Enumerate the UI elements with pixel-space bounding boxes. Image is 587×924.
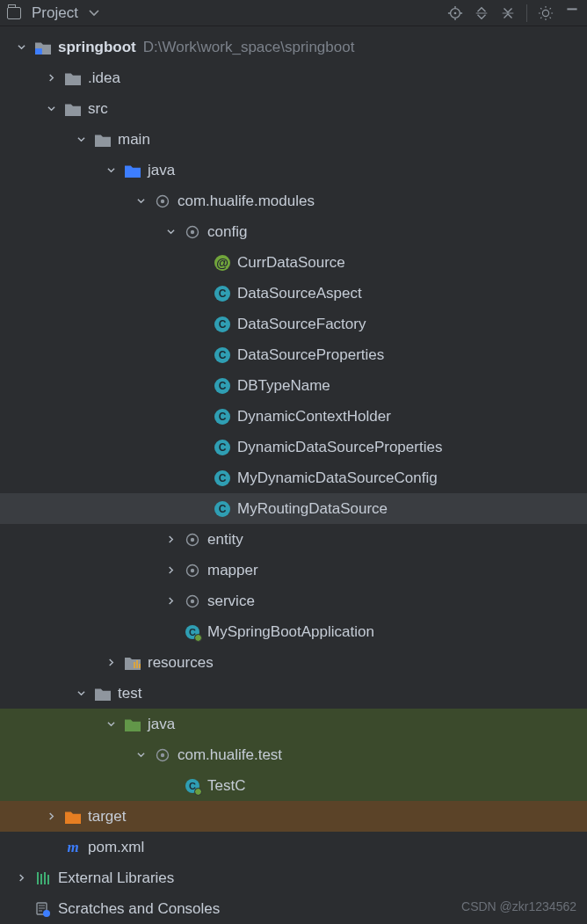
- class-icon: C: [214, 347, 230, 363]
- package-icon: [185, 563, 200, 578]
- tree-row[interactable]: com.hualife.test: [0, 739, 587, 770]
- chevron-down-icon[interactable]: [44, 105, 58, 113]
- chevron-down-icon[interactable]: [104, 166, 118, 174]
- svg-rect-3: [35, 48, 42, 55]
- tree-label: config: [207, 223, 247, 241]
- locate-icon[interactable]: [447, 5, 463, 21]
- chevron-right-icon[interactable]: [14, 874, 28, 882]
- svg-point-13: [191, 599, 194, 602]
- chevron-down-icon[interactable]: [89, 10, 99, 17]
- tree-label: External Libraries: [58, 869, 174, 887]
- view-title: Project: [32, 4, 78, 22]
- tree-label: DataSourceProperties: [237, 346, 384, 364]
- tree-row[interactable]: service: [0, 586, 587, 616]
- tree-row-root[interactable]: springboot D:\Work\work_space\springboot: [0, 32, 587, 62]
- svg-point-9: [191, 537, 194, 541]
- tree-row[interactable]: External Libraries: [0, 862, 587, 893]
- tree-row[interactable]: C TestC: [0, 770, 587, 801]
- chevron-down-icon[interactable]: [134, 197, 148, 205]
- gear-icon[interactable]: [538, 5, 554, 21]
- tree-label: resources: [148, 654, 214, 672]
- project-view-icon: [7, 7, 21, 19]
- tree-row[interactable]: .idea: [0, 62, 587, 93]
- tree-row[interactable]: C DBTypeName: [0, 370, 587, 401]
- tree-label: com.hualife.test: [178, 746, 282, 764]
- tree-row[interactable]: config: [0, 216, 587, 247]
- tree-row[interactable]: C DynamicContextHolder: [0, 401, 587, 432]
- tree-label: MyDynamicDataSourceConfig: [237, 469, 438, 487]
- tree-label: pom.xml: [88, 839, 144, 856]
- tree-label: TestC: [207, 777, 245, 795]
- runnable-class-icon: C: [185, 778, 200, 794]
- tree-row[interactable]: m pom.xml: [0, 832, 587, 862]
- folder-icon: [65, 101, 81, 117]
- chevron-right-icon[interactable]: [163, 597, 178, 605]
- tree-label: springboot: [58, 39, 136, 56]
- chevron-right-icon[interactable]: [44, 74, 58, 82]
- tree-row[interactable]: java: [0, 155, 587, 186]
- project-tree[interactable]: springboot D:\Work\work_space\springboot…: [0, 26, 587, 924]
- tree-row[interactable]: mapper: [0, 555, 587, 586]
- chevron-down-icon[interactable]: [14, 43, 28, 51]
- external-libraries-icon: [35, 870, 51, 886]
- test-folder-icon: [125, 717, 141, 732]
- tree-row[interactable]: test: [0, 678, 587, 709]
- svg-point-7: [191, 229, 194, 233]
- tree-label: com.hualife.modules: [178, 193, 315, 210]
- chevron-down-icon[interactable]: [74, 689, 88, 697]
- tree-label: DynamicDataSourceProperties: [237, 439, 442, 456]
- chevron-right-icon[interactable]: [104, 658, 118, 666]
- hide-icon[interactable]: [564, 5, 580, 21]
- tree-row[interactable]: C DataSourceProperties: [0, 339, 587, 370]
- tree-label: test: [118, 685, 141, 702]
- tree-row[interactable]: @ CurrDataSource: [0, 247, 587, 278]
- class-icon: C: [214, 286, 230, 302]
- chevron-right-icon[interactable]: [44, 812, 58, 820]
- tree-row[interactable]: target: [0, 801, 587, 832]
- class-icon: C: [214, 316, 230, 332]
- tree-row[interactable]: C DynamicDataSourceProperties: [0, 432, 587, 462]
- svg-point-19: [161, 753, 164, 756]
- tree-row[interactable]: C DataSourceAspect: [0, 278, 587, 309]
- chevron-right-icon[interactable]: [163, 566, 178, 574]
- tree-label: .idea: [88, 69, 120, 87]
- tree-label: mapper: [207, 562, 258, 579]
- tree-row[interactable]: C MyDynamicDataSourceConfig: [0, 462, 587, 493]
- package-icon: [155, 193, 170, 209]
- chevron-down-icon[interactable]: [74, 135, 88, 143]
- tree-row-selected[interactable]: C MyRoutingDataSource: [0, 493, 587, 524]
- tree-row[interactable]: C DataSourceFactory: [0, 309, 587, 339]
- tree-row[interactable]: com.hualife.modules: [0, 186, 587, 216]
- tree-row[interactable]: resources: [0, 647, 587, 678]
- chevron-down-icon[interactable]: [163, 228, 178, 236]
- chevron-down-icon[interactable]: [134, 751, 148, 759]
- package-icon: [185, 593, 200, 609]
- svg-rect-15: [134, 662, 135, 668]
- class-icon: C: [214, 470, 230, 486]
- expand-all-icon[interactable]: [474, 5, 489, 21]
- package-icon: [185, 532, 200, 548]
- tree-path: D:\Work\work_space\springboot: [143, 39, 355, 56]
- chevron-down-icon[interactable]: [104, 720, 118, 728]
- svg-point-1: [454, 11, 457, 14]
- tree-row[interactable]: src: [0, 93, 587, 124]
- module-folder-icon: [35, 40, 51, 55]
- tree-label: entity: [207, 531, 243, 549]
- collapse-all-icon[interactable]: [500, 5, 516, 21]
- toolbar-separator: [526, 4, 527, 22]
- tree-row[interactable]: java: [0, 709, 587, 739]
- tree-label: DynamicContextHolder: [237, 408, 391, 426]
- tree-label: java: [148, 162, 175, 179]
- folder-icon: [95, 686, 111, 702]
- scratches-icon: [35, 901, 51, 917]
- tree-row[interactable]: main: [0, 124, 587, 155]
- tree-row[interactable]: entity: [0, 524, 587, 555]
- tree-row[interactable]: C MySpringBootApplication: [0, 616, 587, 647]
- folder-icon: [95, 132, 111, 148]
- class-icon: C: [214, 378, 230, 394]
- package-icon: [155, 747, 170, 763]
- tree-label: CurrDataSource: [237, 254, 345, 272]
- class-icon: C: [214, 409, 230, 425]
- svg-point-5: [161, 199, 164, 202]
- chevron-right-icon[interactable]: [163, 535, 178, 543]
